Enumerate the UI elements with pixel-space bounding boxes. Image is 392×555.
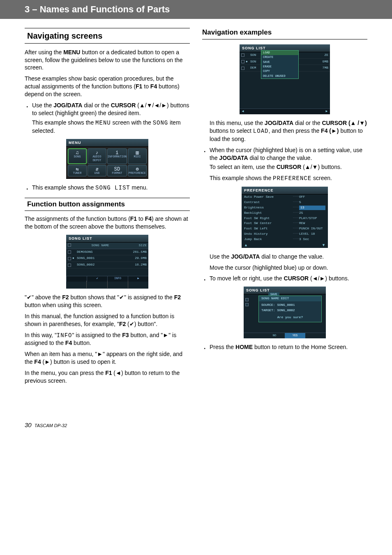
menu-cell: iINFORMATION (107, 148, 127, 164)
arrow-down-icon: ▼ (322, 243, 325, 247)
product-name: TASCAM DP-32 (35, 423, 67, 428)
list-item: Use the JOG/DATA dial or the CURSOR (▲/▼… (25, 102, 190, 135)
paragraph: These examples show basic operation proc… (25, 75, 190, 98)
pref-row: Auto Power Save·····OFF (242, 194, 328, 200)
paragraph: Move the cursor (highlighted blue) up or… (202, 264, 367, 272)
popup-item: CREATE (261, 55, 298, 60)
paragraph: In this way, "INFO" is assigned to the F… (25, 331, 190, 347)
paragraph: When an item has a menu, "►" appears on … (25, 350, 190, 366)
pref-row: Backlight·····25 (242, 210, 328, 216)
menu-cell: ⇵USB (88, 165, 106, 176)
section-navigating: Navigating screens (25, 28, 190, 44)
paragraph: After using the MENU button or a dedicat… (25, 49, 190, 72)
pref-row: Jump Back·····3 Sec (242, 237, 328, 242)
menu-cell: ⚙PREFERENCE (128, 165, 147, 176)
paragraph: In the menu, you can press the F1 (◄) bu… (25, 369, 190, 385)
paragraph: "✔" above the F2 button shows that "✔" i… (25, 294, 190, 309)
preference-screenshot: PREFERENCE Auto Power Save·····OFFContra… (242, 187, 328, 247)
page-footer: 30 TASCAM DP-32 (25, 421, 367, 429)
table-row: SONG_000216.2MB (66, 262, 148, 268)
screenshot-title: SONG LIST (244, 287, 326, 294)
section-function-buttons: Function button assignments (25, 198, 190, 211)
table-row: DEMOSONG261.5MB (66, 249, 148, 256)
dialog-button (244, 333, 264, 338)
popup-item: SAVE (261, 60, 298, 65)
right-column: Navigation examples SONG LIST SONZE●SON9… (202, 28, 367, 388)
popup-item: ERASE (261, 65, 298, 69)
list-item: To move left or right, use the CURSOR (◄… (202, 275, 367, 282)
popup-item: COPY (261, 69, 298, 74)
pref-row: Foot SW Center·····REW (242, 221, 328, 226)
screenshot-title: MENU (66, 139, 148, 147)
popup-item: LOAD (261, 51, 298, 55)
paragraph: In this menu, use the JOG/DATA dial or t… (202, 119, 367, 143)
dialog-button (305, 333, 326, 338)
content: Navigating screens After using the MENU … (0, 19, 392, 405)
pref-row: Contrast·····5 (242, 200, 328, 205)
list-item: Press the HOME button to return to the H… (202, 343, 367, 351)
pref-row: Undo History·····LEVEL 10 (242, 231, 328, 237)
paragraph: In this manual, the function assigned to… (25, 312, 190, 328)
menu-cell: ▥MIDI (128, 148, 147, 164)
menu-cell: ♪AUDIO DEPOT (88, 148, 106, 164)
table-row: ●SONG_000129.9MB (66, 255, 148, 262)
arrow-right-icon: ► (325, 109, 328, 114)
left-column: Navigating screens After using the MENU … (25, 28, 190, 388)
list-item: This example shows the SONG LIST menu. (25, 184, 190, 192)
paragraph: The assignments of the function buttons … (25, 215, 190, 231)
list-item: When the cursor (highlighted blue) is on… (202, 146, 367, 183)
section-navigation-examples: Navigation examples (202, 28, 367, 39)
arrow-left-icon: ◄ (241, 109, 244, 114)
paragraph: This example shows the MENU screen with … (32, 119, 190, 135)
songlist-screenshot: SONG LIST SONG NAME SIZE DEMOSONG261.5MB… (66, 235, 148, 289)
paragraph: To select an item, use the CURSOR (▲/▼) … (210, 163, 367, 171)
paragraph: This example shows the PREFERENCE screen… (210, 174, 367, 183)
paragraph: Use the JOG/DATA dial to change the valu… (202, 253, 367, 261)
popup-item: DELETE UNUSED (261, 74, 298, 79)
menu-cell: SDFORMAT (107, 165, 127, 176)
page-number: 30 (25, 421, 32, 428)
pref-row: Foot SW Left·····PUNCH IN/OUT (242, 226, 328, 231)
songlist-popup-screenshot: SONG LIST SONZE●SON9MBDEM7MB LOADCREATES… (240, 44, 330, 114)
arrow-up-icon: ▲ (244, 243, 248, 247)
chapter-header: 3 – Names and Functions of Parts (0, 0, 392, 19)
dialog-button: YES (285, 333, 305, 338)
pref-row: Brightness·····13 (242, 205, 328, 210)
chapter-title: 3 – Names and Functions of Parts (25, 4, 170, 14)
pref-row: Foot SW Right·····PLAY/STOP (242, 216, 328, 221)
dialog-screenshot: SONG LIST SAVE SONG NAME EDIT SOURCE: SO… (244, 287, 326, 338)
screenshot-title: PREFERENCE (242, 187, 328, 194)
dialog-button: NO (264, 333, 285, 338)
screenshot-title: SONG LIST (66, 235, 148, 243)
menu-screenshot: MENU ♫SONG♪AUDIO DEPOTiINFORMATION▥MIDI⇆… (66, 139, 148, 179)
menu-cell: ♫SONG (68, 148, 87, 164)
menu-cell: ⇆TUNER (68, 165, 87, 176)
